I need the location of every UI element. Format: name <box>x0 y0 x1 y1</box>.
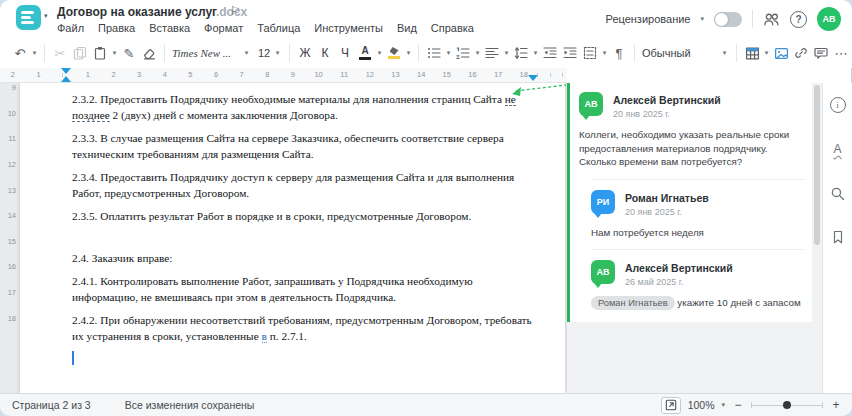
underline-button[interactable]: Ч <box>335 42 355 64</box>
table-caret-icon[interactable]: ▾ <box>762 42 771 64</box>
zoom-out-button[interactable]: − <box>732 398 744 412</box>
show-paragraph-marks-button[interactable]: ¶ <box>609 42 629 64</box>
paste-button[interactable] <box>90 42 110 64</box>
left-indent-marker[interactable] <box>61 76 71 82</box>
favorite-flag-icon[interactable]: ⚐ <box>230 4 241 18</box>
align-left-button[interactable] <box>482 42 502 64</box>
info-icon[interactable]: i <box>829 96 847 114</box>
ruler-number: 2 <box>0 68 26 81</box>
user-avatar[interactable]: АВ <box>817 7 841 31</box>
insert-table-button[interactable] <box>742 42 762 64</box>
insert-link-button[interactable] <box>791 42 811 64</box>
help-icon[interactable]: ? <box>790 11 807 28</box>
paragraph[interactable]: 2.3.2. Предоставить Подрядчику необходим… <box>72 91 536 123</box>
menu-item[interactable]: Правка <box>98 22 135 34</box>
menu-item[interactable]: Вставка <box>149 22 190 34</box>
menu-bar: ФайлПравкаВставкаФорматТаблицаИнструмент… <box>57 22 474 34</box>
more-tools-button[interactable]: ⋯ <box>831 42 851 64</box>
font-size-value: 12 <box>255 47 273 59</box>
borders-caret-icon[interactable]: ▾ <box>600 42 609 64</box>
zoom-slider[interactable] <box>751 400 823 410</box>
document-page[interactable]: 2.3.2. Предоставить Подрядчику необходим… <box>20 83 565 394</box>
undo-caret-icon[interactable]: ▾ <box>30 42 39 64</box>
vertical-ruler: 9101112131415161718 <box>2 83 16 331</box>
insert-comment-button[interactable] <box>811 42 831 64</box>
paragraph[interactable]: 2.4. Заказчик вправе: <box>72 250 536 266</box>
paste-caret-icon[interactable]: ▾ <box>110 42 119 64</box>
review-caret-icon[interactable]: ▾ <box>700 15 704 23</box>
menu-item[interactable]: Справка <box>431 22 474 34</box>
mention-pill[interactable]: Роман Игнатьев <box>591 296 675 310</box>
increase-indent-button[interactable] <box>560 42 580 64</box>
zoom-value[interactable]: 100% <box>688 399 715 411</box>
line-spacing-caret-icon[interactable]: ▾ <box>531 42 540 64</box>
comment-thread[interactable]: АВ Алексей Вертинский20 янв 2025 г. Колл… <box>567 83 812 322</box>
paragraph[interactable]: 2.3.5. Оплатить результат Работ в порядк… <box>72 208 536 224</box>
search-icon[interactable] <box>829 184 847 202</box>
comment-reply[interactable]: РИ Роман Игнатьев20 янв 2025 г. Нам потр… <box>591 190 804 240</box>
paragraph-style-value: Обычный <box>642 47 720 59</box>
numbered-list-caret-icon[interactable]: ▾ <box>473 42 482 64</box>
paragraph-style-select[interactable]: Обычный▾ <box>640 42 731 64</box>
style-caret-icon[interactable]: ▾ <box>720 42 729 64</box>
fit-to-width-button[interactable] <box>661 397 681 414</box>
spellcheck-icon[interactable]: А <box>829 140 847 158</box>
paragraph[interactable]: 2.3.3. В случае размещения Сайта на серв… <box>72 130 536 162</box>
paragraph[interactable]: 2.4.1. Контролировать выполнение Работ, … <box>72 273 536 305</box>
undo-button[interactable]: ↶ <box>10 42 30 64</box>
app-menu-caret-icon[interactable]: ▾ <box>44 12 48 20</box>
menu-item[interactable]: Файл <box>57 22 84 34</box>
ruler-number: 17 <box>485 68 511 81</box>
insert-image-button[interactable] <box>771 42 791 64</box>
document-text[interactable]: 2.3.2. Предоставить Подрядчику необходим… <box>72 91 536 367</box>
bullet-list-caret-icon[interactable]: ▾ <box>444 42 453 64</box>
horizontal-ruler[interactable]: 21 123456789101112131415161718 <box>0 68 567 83</box>
font-size-select[interactable]: 12▾ <box>253 42 284 64</box>
font-name-caret-icon[interactable]: ▾ <box>242 42 251 64</box>
ruler-number: 11 <box>2 126 16 152</box>
numbered-list-button[interactable] <box>453 42 473 64</box>
paragraph-borders-button[interactable] <box>580 42 600 64</box>
menu-item[interactable]: Вид <box>397 22 417 34</box>
menu-item[interactable]: Формат <box>204 22 243 34</box>
zoom-slider-tick <box>751 402 752 408</box>
toggle-knob <box>715 13 728 26</box>
bullet-list-button[interactable] <box>424 42 444 64</box>
first-line-indent-marker[interactable] <box>61 68 71 74</box>
collaboration-users-icon[interactable] <box>763 12 780 27</box>
highlight-caret-icon[interactable]: ▾ <box>404 42 413 64</box>
bold-button[interactable]: Ж <box>295 42 315 64</box>
zoom-in-button[interactable]: + <box>830 398 842 412</box>
italic-button[interactable]: К <box>315 42 335 64</box>
comment-avatar: АВ <box>591 260 615 284</box>
align-caret-icon[interactable]: ▾ <box>502 42 511 64</box>
vertical-scrollbar[interactable] <box>812 83 822 394</box>
review-toggle[interactable] <box>714 12 742 27</box>
zoom-slider-thumb[interactable] <box>783 401 791 409</box>
paragraph[interactable]: 2.4.2. При обнаружении несоответствий тр… <box>72 312 536 344</box>
copy-button[interactable] <box>70 42 90 64</box>
clear-style-button[interactable] <box>139 42 159 64</box>
app-logo[interactable] <box>16 5 41 30</box>
decrease-indent-button[interactable] <box>540 42 560 64</box>
review-mode-label[interactable]: Рецензирование <box>606 13 691 25</box>
menu-item[interactable]: Таблица <box>257 22 300 34</box>
highlight-color-button[interactable] <box>384 42 404 64</box>
cut-button[interactable]: ✂ <box>50 42 70 64</box>
empty-paragraph[interactable] <box>72 351 536 367</box>
comment[interactable]: АВ Алексей Вертинский20 янв 2025 г. Колл… <box>579 92 804 169</box>
paragraph[interactable]: 2.3.4. Предоставить Подрядчику доступ к … <box>72 169 536 201</box>
font-size-caret-icon[interactable]: ▾ <box>273 42 282 64</box>
font-color-button[interactable]: А <box>355 42 375 64</box>
zoom-caret-icon[interactable]: ▾ <box>721 401 725 409</box>
right-indent-marker[interactable] <box>528 75 538 81</box>
font-color-caret-icon[interactable]: ▾ <box>375 42 384 64</box>
format-painter-button[interactable]: ✎ <box>119 42 139 64</box>
font-name-select[interactable]: Times New ...▾ <box>170 42 253 64</box>
page-indicator[interactable]: Страница 2 из 3 <box>12 399 91 411</box>
comment-reply[interactable]: АВ Алексей Вертинский26 май 2025 г. Рома… <box>591 260 804 310</box>
menu-item[interactable]: Инструменты <box>314 22 383 34</box>
line-spacing-button[interactable] <box>511 42 531 64</box>
scrollbar-thumb[interactable] <box>814 85 820 245</box>
bookmark-icon[interactable] <box>829 228 847 246</box>
